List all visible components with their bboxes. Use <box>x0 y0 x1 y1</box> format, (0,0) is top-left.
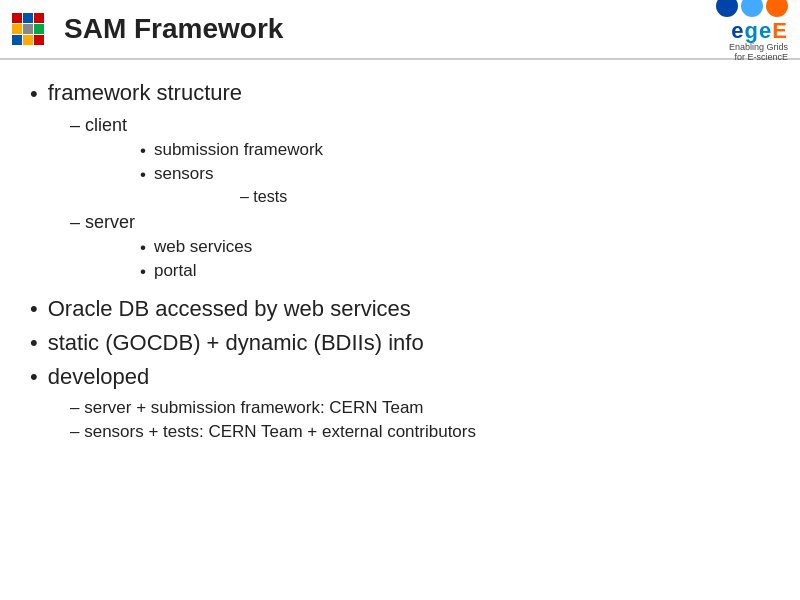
egee-circle-blue <box>716 0 738 17</box>
lcg-logo <box>12 13 44 45</box>
egee-logo: egeE Enabling Grids for E-sciencE <box>716 0 788 63</box>
egee-text-g: g <box>745 18 759 43</box>
bullet-static: • static (GOCDB) + dynamic (BDIIs) info <box>30 330 770 356</box>
tests-section: tests <box>240 188 770 206</box>
framework-structure-label: framework structure <box>48 80 242 106</box>
main-content: • framework structure client • submissio… <box>0 60 800 466</box>
egee-circle-lightblue <box>741 0 763 17</box>
oracle-label: Oracle DB accessed by web services <box>48 296 411 322</box>
egee-sub2: for E-sciencE <box>734 53 788 63</box>
developed-label: developed <box>48 364 150 390</box>
server-section: server • web services • portal <box>70 212 770 282</box>
client-section: client • submission framework • sensors … <box>70 115 770 206</box>
egee-brand: egeE <box>731 19 788 43</box>
sub-bullet-dot-1: • <box>140 141 146 161</box>
bullet-dot-2: • <box>30 296 38 322</box>
sub-bullet-dot-2: • <box>140 165 146 185</box>
sensors-label: sensors <box>154 164 214 184</box>
lcg-logo-area: SAM Framework <box>12 13 283 45</box>
web-services-label: web services <box>154 237 252 257</box>
web-services-item: • web services <box>140 237 770 258</box>
portal-item: • portal <box>140 261 770 282</box>
egee-text: egeE Enabling Grids for E-sciencE <box>729 19 788 63</box>
header: SAM Framework egeE Enabling Grids for E-… <box>0 0 800 60</box>
bullet-dot-1: • <box>30 81 38 107</box>
bottom-section: • Oracle DB accessed by web services • s… <box>30 296 770 442</box>
client-items: • submission framework • sensors tests <box>140 140 770 206</box>
bullet-dot-3: • <box>30 330 38 356</box>
egee-text-e: e <box>731 18 744 43</box>
tests-dash: tests <box>240 188 770 206</box>
egee-circles <box>716 0 788 17</box>
egee-graphic: egeE Enabling Grids for E-sciencE <box>716 0 788 63</box>
server-dash: server <box>70 212 770 233</box>
submission-framework-label: submission framework <box>154 140 323 160</box>
client-dash: client <box>70 115 770 136</box>
sensors-item: • sensors <box>140 164 770 185</box>
section-framework-structure: • framework structure client • submissio… <box>30 80 770 282</box>
static-label: static (GOCDB) + dynamic (BDIIs) info <box>48 330 424 356</box>
bullet-framework-structure: • framework structure <box>30 80 770 107</box>
egee-text-e2: e <box>759 18 772 43</box>
sub-bullet-dot-3: • <box>140 238 146 258</box>
submission-framework-item: • submission framework <box>140 140 770 161</box>
bullet-dot-4: • <box>30 364 38 390</box>
egee-circle-orange <box>766 0 788 17</box>
portal-label: portal <box>154 261 197 281</box>
developed-dash1: server + submission framework: CERN Team <box>70 398 770 418</box>
developed-dash2: sensors + tests: CERN Team + external co… <box>70 422 770 442</box>
egee-text-e3: E <box>772 18 788 43</box>
page-title: SAM Framework <box>64 13 283 45</box>
sub-bullet-dot-4: • <box>140 262 146 282</box>
server-items: • web services • portal <box>140 237 770 282</box>
bullet-oracle: • Oracle DB accessed by web services <box>30 296 770 322</box>
bullet-developed: • developed <box>30 364 770 390</box>
